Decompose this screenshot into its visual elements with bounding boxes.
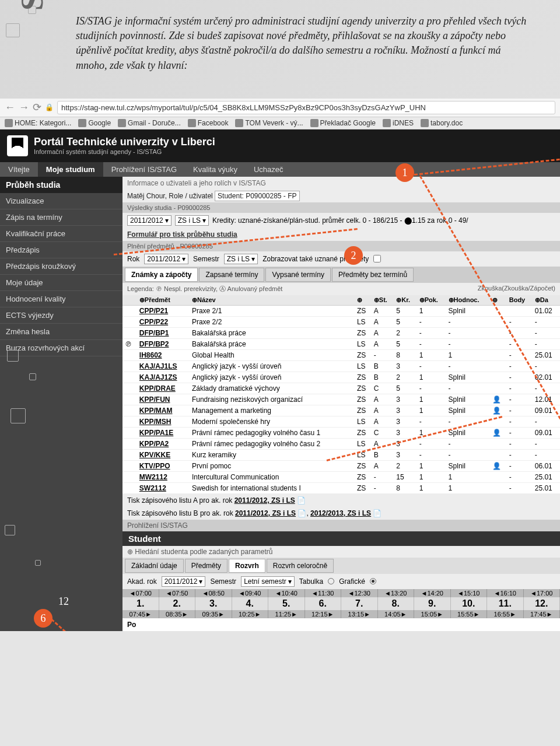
zobraz-checkbox[interactable] [373,255,381,262]
sidebar-item[interactable]: Změna hesla [0,324,123,340]
sidebar-item[interactable]: Burza rozvrhových akcí [0,340,123,356]
sidebar-item[interactable]: Moje údaje [0,275,123,291]
student-tab[interactable]: Předměty [185,559,228,573]
topnav-item[interactable]: Kvalita výuky [185,162,246,177]
student-subtitle: ⊕ Hledání studenta podle zadaných parame… [123,546,560,558]
table-header[interactable]: ⊕Předmět [137,295,190,306]
bookmark-item[interactable]: Google [78,119,111,127]
sem-select[interactable]: ZS i LS ▾ [224,254,258,264]
bookmark-item[interactable]: iDNES [383,119,414,127]
forward-icon[interactable]: → [19,101,29,114]
bookmark-item[interactable]: HOME: Kategori... [5,119,71,127]
sidebar-item[interactable]: Zápis na termíny [0,209,123,226]
time-cell: ◄09:40 [232,589,269,597]
time-cell: 12:15► [305,610,342,618]
back-icon[interactable]: ← [5,101,15,114]
subject-tab[interactable]: Předměty bez termínů [332,268,414,282]
credits-row: 2011/2012 ▾ ZS i LS ▾ Kredity: uznané-zí… [123,213,560,228]
table-header[interactable] [123,295,137,306]
table-row: ℗DFP/BP2Bakalářská práceLSA5---- [123,338,560,349]
table-header[interactable]: ⊕Pok. [417,295,446,306]
sidebar-item[interactable]: Předzápis kroužkový [0,258,123,275]
day-po: Po [123,618,560,631]
bookmark-item[interactable]: Gmail - Doruče... [118,119,181,127]
bookmark-icon [78,119,86,127]
table-row: KPV/KKEKurz keramikyLSB3---- [123,449,560,460]
bookmark-icon [118,119,126,127]
tisk-a-link[interactable]: 2011/2012, ZS i LS [235,496,295,505]
bookmark-item[interactable]: TOM Veverk - vý... [235,119,303,127]
tisk-b-link-2[interactable]: 2012/2013, ZS i LS [310,509,371,517]
prohlizeni-header: Prohlížení IS/STAG [123,520,560,531]
table-header[interactable]: ⊕ [355,295,372,306]
time-cell: 08:35► [159,610,196,618]
table-header[interactable]: ⊕Da [533,295,560,306]
bookmarks-bar: HOME: Kategori...GoogleGmail - Doruče...… [0,117,560,129]
time-cell: 10:25► [232,610,269,618]
portal-title: Portál Technické univerzity v Liberci [34,136,215,148]
student-tab[interactable]: Rozvrh celoročně [267,559,334,573]
table-row: KAJ/AJ1LSAnglický jazyk - vyšší úroveňLS… [123,360,560,372]
sem2-select[interactable]: Letní semestr ▾ [241,576,295,587]
user-role-select[interactable]: Student: P09000285 - FP [215,191,299,201]
sidebar-item[interactable]: Hodnocení kvality [0,291,123,307]
tabulka-radio[interactable] [328,578,334,584]
print-form-link[interactable]: Formulář pro tisk průběhu studia [127,230,237,239]
student-tab[interactable]: Rozvrh [229,559,265,573]
period-cell: 8. [378,597,415,610]
results-header: Výsledky studia - P09000285 [123,202,560,213]
browser-toolbar: ← → ⟳ 🔒 https://stag-new.tul.cz/wps/mypo… [0,99,560,117]
table-header[interactable]: Body [507,295,533,306]
time-cell: 11:25► [268,610,305,618]
table-row: KAJ/AJ1ZSAnglický jazyk - vyšší úroveňZS… [123,372,560,383]
table-header[interactable]: ⊕St. [372,295,394,306]
time-cell: 14:05► [378,610,415,618]
topnav-item[interactable]: Vítejte [0,162,38,177]
topnav-item[interactable]: Moje studium [38,162,103,177]
user-row: Matěj Chour, Role / uživatel Student: P0… [123,190,560,202]
sidebar-item[interactable]: Vizualizace [0,193,123,209]
akad-select[interactable]: 2011/2012 ▾ [162,576,206,587]
sidebar-item[interactable]: Předzápis [0,242,123,258]
bookmark-icon [5,119,13,127]
table-header[interactable]: ⊕Kr. [394,295,416,306]
akad-label: Akad. rok [127,577,157,586]
bookmark-item[interactable]: Překladač Google [310,119,376,127]
student-tab[interactable]: Základní údaje [125,559,184,573]
topnav-item[interactable]: Prohlížení IS/STAG [103,162,185,177]
rok-select[interactable]: 2011/2012 ▾ [144,254,188,264]
tisk-b-link-1[interactable]: 2011/2012, ZS i LS [235,509,296,517]
table-row: MW2112Intercultural CommunicationZS-1511… [123,471,560,482]
table-header[interactable]: ⊕ [490,295,507,306]
time-cell: ◄14:20 [414,589,451,597]
subject-tab[interactable]: Zapsané termíny [199,268,264,282]
subject-tab[interactable]: Vypsané termíny [265,268,331,282]
topnav-item[interactable]: Uchazeč [246,162,292,177]
sidebar-item[interactable]: Kvalifikační práce [0,226,123,242]
bookmark-item[interactable]: Facebook [188,119,229,127]
subject-tabs: Známky a zápočtyZapsané termínyVypsané t… [123,267,560,283]
graficke-radio[interactable] [370,578,376,584]
table-row: SW2112Swedish for international students… [123,482,560,493]
address-bar[interactable]: https://stag-new.tul.cz/wps/myportal/tul… [57,101,555,114]
graficke-label: Grafické [339,577,365,586]
period-cell: 9. [414,597,451,610]
table-header[interactable]: ⊕Název [190,295,355,306]
lock-icon: 🔒 [45,103,54,111]
sidebar-item[interactable]: ECTS výjezdy [0,307,123,324]
content-area: Informace o uživateli a jeho rolích v IS… [123,177,560,631]
legend-left: Legenda: ℗ Nespl. prerekvizity, Ⓐ Anulov… [127,285,282,293]
subject-tab[interactable]: Známky a zápočty [125,268,198,282]
time-cell: 16:55► [487,610,524,618]
table-row: CPP/P22Praxe 2/2LSA5---- [123,316,560,327]
reload-icon[interactable]: ⟳ [33,101,41,114]
year-select[interactable]: 2011/2012 ▾ [127,215,172,226]
bookmark-item[interactable]: tabory.doc [421,119,463,127]
period-cell: 12. [524,597,561,610]
callout-badge-2: 2 [344,246,363,265]
semester-select[interactable]: ZS i LS ▾ [175,215,209,226]
legend-row: Legenda: ℗ Nespl. prerekvizity, Ⓐ Anulov… [123,283,560,295]
table-header[interactable]: ⊕Hodnoc. [446,295,491,306]
bookmark-icon [235,119,243,127]
filter-row: Rok 2011/2012 ▾ Semestr ZS i LS ▾ Zobraz… [123,251,560,267]
